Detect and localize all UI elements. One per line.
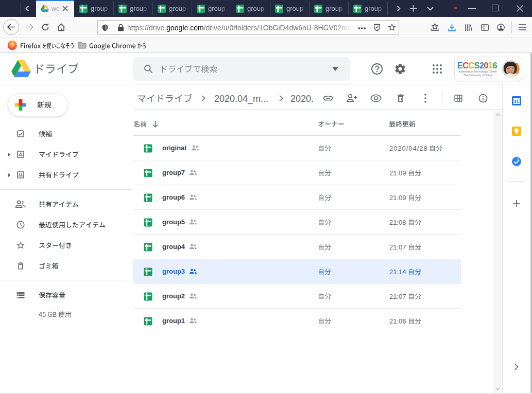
svg-text:31: 31 <box>514 99 519 104</box>
